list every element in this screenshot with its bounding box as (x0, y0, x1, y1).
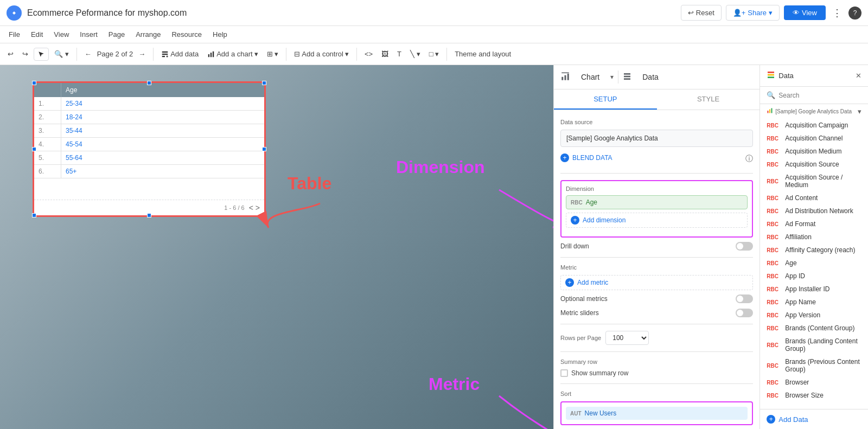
code-button[interactable]: <> (361, 48, 376, 60)
data-item-14[interactable]: RBC App Version (760, 309, 868, 322)
data-badge-6: RBC (767, 208, 782, 214)
expand-icon[interactable]: ▾ (858, 107, 861, 116)
add-control-button[interactable]: ⊟ Add a control ▾ (291, 48, 352, 60)
data-badge-3: RBC (767, 162, 782, 168)
info-icon[interactable]: ⓘ (745, 154, 753, 164)
data-item-13[interactable]: RBC App Name (760, 296, 868, 309)
undo-button[interactable]: ↩ (4, 48, 17, 60)
menubar: File Edit View Insert Page Arrange Resou… (0, 26, 868, 43)
svg-rect-17 (624, 75, 630, 77)
drill-down-toggle[interactable] (736, 242, 753, 251)
add-metric-button[interactable]: + Add metric (560, 275, 753, 290)
section-divider-3 (560, 324, 753, 324)
add-data-button[interactable]: + Add Data (760, 409, 868, 429)
handle-tc[interactable] (147, 81, 151, 85)
canvas[interactable]: Age 1. 25-34 2. 18-24 3. 35-44 4. 45-54 … (0, 65, 553, 429)
table-nav: < > (249, 203, 260, 212)
menu-insert[interactable]: Insert (75, 28, 102, 41)
data-item-2[interactable]: RBC Acquisition Medium (760, 145, 868, 158)
rows-per-page-select[interactable]: 100 25 50 (605, 331, 649, 345)
menu-view[interactable]: View (49, 28, 73, 41)
handle-mr[interactable] (262, 147, 266, 151)
menu-help[interactable]: Help (208, 28, 232, 41)
data-item-3[interactable]: RBC Acquisition Source (760, 158, 868, 171)
right-container: Chart ▾ Data SETUP STYLE Data source [Sa… (553, 65, 868, 429)
data-item-9[interactable]: RBC Affinity Category (reach) (760, 244, 868, 257)
add-dimension-button[interactable]: + Add dimension (566, 213, 748, 228)
data-item-7[interactable]: RBC Ad Format (760, 217, 868, 230)
handle-tl[interactable] (32, 81, 36, 85)
table-widget[interactable]: Age 1. 25-34 2. 18-24 3. 35-44 4. 45-54 … (33, 81, 266, 217)
blend-data-button[interactable]: + BLEND DATA (560, 151, 612, 164)
view-button[interactable]: 👁 View (784, 5, 826, 20)
toolbar-separator-4 (356, 48, 357, 61)
data-item-8[interactable]: RBC Affiliation (760, 230, 868, 244)
data-item-17[interactable]: RBC Brands (Previous Content Group) (760, 355, 868, 376)
data-source-name: [Sample] Google Analytics Data (767, 107, 852, 116)
optional-metrics-toggle[interactable] (736, 294, 753, 303)
metric-sliders-toggle[interactable] (736, 309, 753, 317)
data-panel-tab[interactable]: Data (636, 69, 665, 85)
image-button[interactable]: 🖼 (378, 48, 392, 60)
handle-ml[interactable] (32, 147, 36, 151)
add-metric-icon: + (565, 278, 574, 287)
menu-page[interactable]: Page (104, 28, 129, 41)
handle-bl[interactable] (32, 213, 36, 217)
chart-panel-tab[interactable]: Chart (575, 69, 606, 85)
theme-layout-button[interactable]: Theme and layout (451, 48, 514, 60)
menu-file[interactable]: File (4, 28, 24, 41)
data-item-19[interactable]: RBC Browser Size (760, 389, 868, 402)
grid-button[interactable]: ⊞ ▾ (264, 48, 282, 60)
data-source-value[interactable]: [Sample] Google Analytics Data (560, 130, 753, 147)
handle-bc[interactable] (147, 213, 151, 217)
menu-edit[interactable]: Edit (27, 28, 47, 41)
data-search-input[interactable] (778, 92, 861, 99)
setup-style-tabs: SETUP STYLE (554, 89, 760, 110)
reset-button[interactable]: ↩ Reset (681, 5, 722, 21)
menu-resource[interactable]: Resource (167, 28, 206, 41)
add-chart-button[interactable]: Add a chart ▾ (204, 48, 261, 60)
table-prev-button[interactable]: < (249, 203, 253, 212)
data-item-1[interactable]: RBC Acquisition Channel (760, 132, 868, 145)
page-back-button[interactable]: ← (81, 48, 95, 60)
summary-row-label: Summary row (560, 358, 753, 365)
data-item-18[interactable]: RBC Browser (760, 376, 868, 389)
data-item-name-16: Brands (Landing Content Group) (785, 337, 861, 353)
data-close-icon[interactable]: ✕ (856, 72, 861, 80)
text-button[interactable]: T (394, 48, 405, 60)
data-item-10[interactable]: RBC Age (760, 257, 868, 270)
data-item-name-7: Ad Format (785, 220, 815, 228)
add-data-button[interactable]: Add data (158, 48, 202, 60)
line-button[interactable]: ╲ ▾ (407, 48, 424, 60)
data-badge-7: RBC (767, 221, 782, 227)
tab-setup[interactable]: SETUP (554, 89, 657, 110)
dimension-chip[interactable]: RBC Age (566, 195, 748, 209)
redo-button[interactable]: ↪ (19, 48, 31, 60)
sort-chip[interactable]: AUT New Users (566, 407, 748, 420)
zoom-control[interactable]: 🔍 ▾ (51, 48, 72, 60)
table-next-button[interactable]: > (256, 203, 260, 212)
select-tool[interactable] (34, 48, 49, 61)
data-item-name-6: Ad Distribution Network (785, 207, 853, 215)
help-button[interactable]: ? (848, 7, 861, 20)
shape-button[interactable]: □ ▾ (426, 48, 442, 60)
data-item-6[interactable]: RBC Ad Distribution Network (760, 204, 868, 217)
data-item-0[interactable]: RBC Acquisition Campaign (760, 119, 868, 132)
tab-style[interactable]: STYLE (657, 89, 760, 110)
data-item-4[interactable]: RBC Acquisition Source / Medium (760, 171, 868, 191)
data-item-15[interactable]: RBC Brands (Content Group) (760, 322, 868, 335)
data-item-name-19: Browser Size (785, 392, 824, 399)
data-item-11[interactable]: RBC App ID (760, 270, 868, 283)
add-data-icon: + (767, 415, 775, 424)
panel-content: Data source [Sample] Google Analytics Da… (554, 110, 760, 429)
handle-tr[interactable] (262, 81, 266, 85)
more-button[interactable]: ⋮ (830, 5, 844, 21)
data-item-16[interactable]: RBC Brands (Landing Content Group) (760, 335, 868, 355)
page-forward-button[interactable]: → (135, 48, 149, 60)
data-item-12[interactable]: RBC App Installer ID (760, 283, 868, 296)
data-item-5[interactable]: RBC Ad Content (760, 191, 868, 204)
show-summary-row-checkbox[interactable] (560, 369, 568, 377)
handle-br[interactable] (262, 213, 266, 217)
menu-arrange[interactable]: Arrange (131, 28, 165, 41)
share-button[interactable]: 👤+ Share ▾ (726, 5, 780, 21)
